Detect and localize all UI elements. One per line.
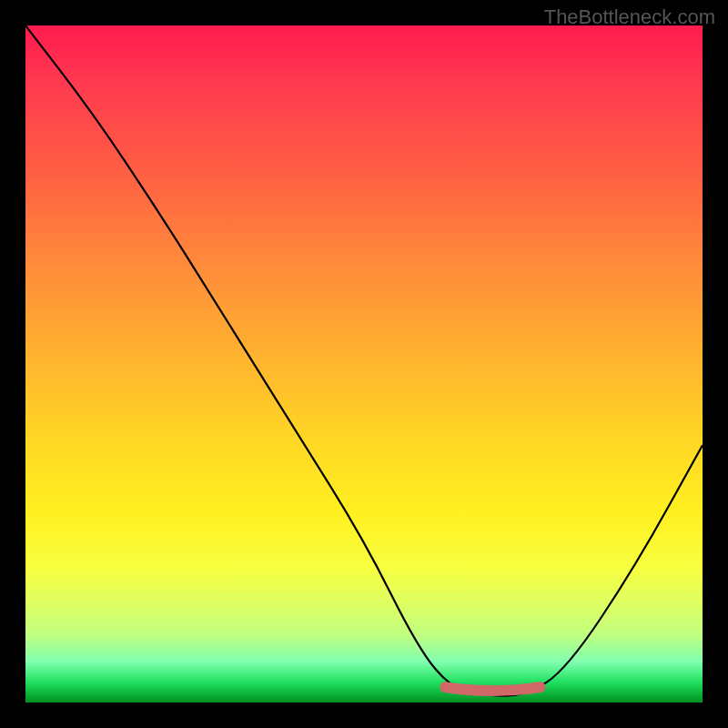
plot-area <box>25 25 703 703</box>
curve-svg <box>25 25 703 703</box>
bottleneck-curve-path <box>25 25 703 696</box>
highlight-segment <box>445 687 540 691</box>
chart-container: TheBottleneck.com <box>0 0 728 728</box>
watermark-text: TheBottleneck.com <box>544 5 715 29</box>
